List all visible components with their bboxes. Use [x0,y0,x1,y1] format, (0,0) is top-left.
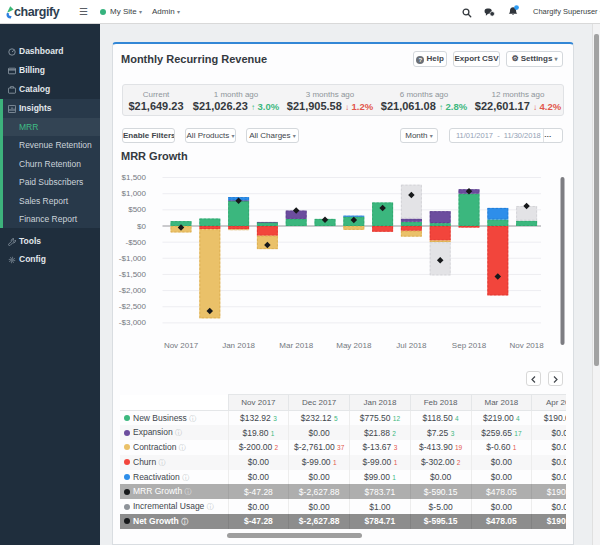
svg-text:Sep 2018: Sep 2018 [452,341,487,350]
svg-text:Jan 2018: Jan 2018 [222,341,255,350]
svg-text:-$1,500: -$1,500 [119,270,147,279]
svg-text:Mar 2018: Mar 2018 [279,341,313,350]
svg-text:Jul 2018: Jul 2018 [396,341,427,350]
svg-text:Nov 2018: Nov 2018 [509,341,544,350]
svg-text:$500: $500 [128,205,146,214]
svg-text:-$500: -$500 [126,238,147,247]
svg-text:-$2,000: -$2,000 [119,286,147,295]
svg-text:-$1,000: -$1,000 [119,254,147,263]
svg-text:$0: $0 [137,222,146,231]
svg-text:$1,500: $1,500 [122,173,147,182]
svg-text:Nov 2017: Nov 2017 [164,341,199,350]
svg-text:-$3,000: -$3,000 [119,318,147,327]
svg-text:May 2018: May 2018 [336,341,372,350]
svg-text:$1,000: $1,000 [122,189,147,198]
svg-text:-$2,500: -$2,500 [119,302,147,311]
